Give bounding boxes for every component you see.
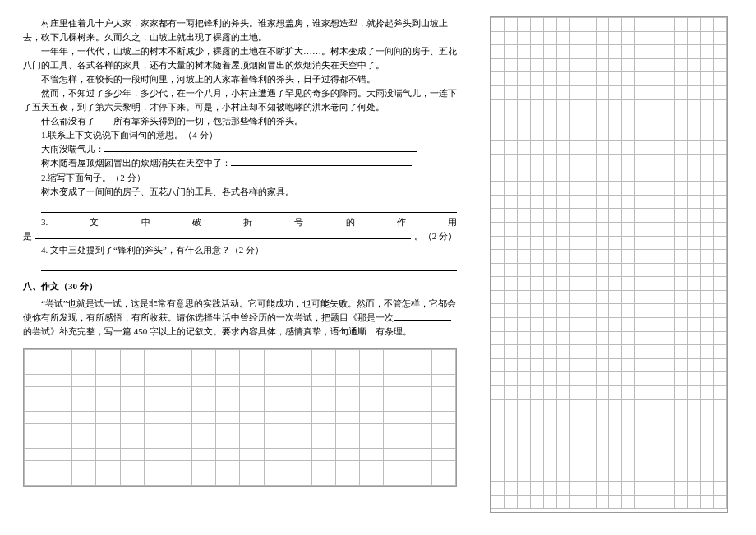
grid-cell[interactable]	[688, 113, 701, 127]
grid-cell[interactable]	[288, 399, 311, 411]
grid-cell[interactable]	[675, 72, 688, 86]
grid-cell[interactable]	[622, 372, 635, 386]
grid-cell[interactable]	[336, 436, 360, 448]
grid-cell[interactable]	[556, 85, 569, 99]
grid-cell[interactable]	[556, 154, 569, 168]
grid-cell[interactable]	[168, 349, 191, 362]
grid-cell[interactable]	[688, 358, 701, 372]
grid-cell[interactable]	[662, 99, 675, 113]
grid-cell[interactable]	[609, 482, 622, 496]
grid-cell[interactable]	[556, 168, 569, 182]
grid-cell[interactable]	[609, 413, 622, 427]
grid-cell[interactable]	[569, 372, 583, 386]
grid-cell[interactable]	[491, 168, 505, 182]
grid-cell[interactable]	[583, 113, 596, 127]
grid-cell[interactable]	[72, 460, 96, 473]
grid-cell[interactable]	[713, 141, 726, 155]
grid-cell[interactable]	[648, 482, 662, 496]
grid-cell[interactable]	[431, 349, 455, 362]
grid-cell[interactable]	[216, 411, 240, 423]
grid-cell[interactable]	[192, 362, 216, 374]
grid-cell[interactable]	[622, 413, 635, 427]
grid-cell[interactable]	[48, 411, 72, 423]
grid-cell[interactable]	[701, 113, 714, 127]
grid-cell[interactable]	[622, 45, 635, 59]
grid-cell[interactable]	[701, 141, 714, 155]
grid-cell[interactable]	[635, 72, 648, 86]
grid-cell[interactable]	[216, 473, 240, 485]
grid-cell[interactable]	[596, 250, 609, 264]
grid-cell[interactable]	[675, 18, 688, 32]
grid-cell[interactable]	[675, 250, 688, 264]
grid-cell[interactable]	[675, 85, 688, 99]
grid-cell[interactable]	[713, 454, 726, 468]
grid-cell[interactable]	[609, 318, 622, 332]
grid-cell[interactable]	[713, 195, 726, 209]
grid-cell[interactable]	[713, 236, 726, 250]
grid-cell[interactable]	[662, 72, 675, 86]
grid-cell[interactable]	[635, 454, 648, 468]
grid-cell[interactable]	[72, 423, 96, 436]
grid-cell[interactable]	[596, 277, 609, 291]
grid-cell[interactable]	[431, 411, 455, 423]
grid-cell[interactable]	[384, 423, 408, 436]
grid-cell[interactable]	[543, 182, 556, 196]
grid-cell[interactable]	[583, 182, 596, 196]
grid-cell[interactable]	[675, 236, 688, 250]
grid-cell[interactable]	[648, 209, 662, 223]
grid-cell[interactable]	[688, 468, 701, 482]
grid-cell[interactable]	[530, 482, 543, 496]
grid-cell[interactable]	[596, 495, 609, 509]
grid-cell[interactable]	[688, 236, 701, 250]
grid-cell[interactable]	[543, 113, 556, 127]
grid-cell[interactable]	[675, 209, 688, 223]
grid-cell[interactable]	[648, 250, 662, 264]
grid-cell[interactable]	[583, 440, 596, 454]
grid-cell[interactable]	[491, 263, 505, 277]
grid-cell[interactable]	[120, 460, 144, 473]
grid-cell[interactable]	[543, 345, 556, 359]
grid-cell[interactable]	[662, 318, 675, 332]
grid-cell[interactable]	[596, 141, 609, 155]
grid-cell[interactable]	[543, 468, 556, 482]
grid-cell[interactable]	[504, 182, 517, 196]
grid-cell[interactable]	[635, 222, 648, 236]
grid-cell[interactable]	[25, 448, 48, 460]
grid-cell[interactable]	[556, 182, 569, 196]
grid-cell[interactable]	[96, 423, 120, 436]
grid-cell[interactable]	[543, 168, 556, 182]
grid-cell[interactable]	[713, 399, 726, 413]
grid-cell[interactable]	[530, 345, 543, 359]
grid-cell[interactable]	[713, 99, 726, 113]
grid-cell[interactable]	[662, 182, 675, 196]
grid-cell[interactable]	[517, 386, 530, 400]
grid-cell[interactable]	[408, 436, 431, 448]
grid-cell[interactable]	[713, 358, 726, 372]
grid-cell[interactable]	[675, 31, 688, 45]
grid-cell[interactable]	[491, 222, 505, 236]
grid-cell[interactable]	[713, 85, 726, 99]
grid-cell[interactable]	[556, 263, 569, 277]
grid-cell[interactable]	[311, 423, 335, 436]
grid-cell[interactable]	[662, 45, 675, 59]
grid-cell[interactable]	[491, 399, 505, 413]
grid-cell[interactable]	[609, 85, 622, 99]
grid-cell[interactable]	[701, 318, 714, 332]
grid-cell[interactable]	[569, 399, 583, 413]
grid-cell[interactable]	[25, 349, 48, 362]
grid-cell[interactable]	[635, 127, 648, 141]
grid-cell[interactable]	[264, 473, 288, 485]
grid-cell[interactable]	[675, 345, 688, 359]
grid-cell[interactable]	[701, 304, 714, 318]
grid-cell[interactable]	[543, 31, 556, 45]
grid-cell[interactable]	[701, 358, 714, 372]
grid-cell[interactable]	[120, 349, 144, 362]
grid-cell[interactable]	[622, 358, 635, 372]
grid-cell[interactable]	[168, 411, 191, 423]
grid-cell[interactable]	[288, 362, 311, 374]
grid-cell[interactable]	[517, 304, 530, 318]
grid-cell[interactable]	[192, 473, 216, 485]
grid-cell[interactable]	[609, 45, 622, 59]
grid-cell[interactable]	[168, 473, 191, 485]
q1-blank-2[interactable]	[231, 156, 412, 166]
